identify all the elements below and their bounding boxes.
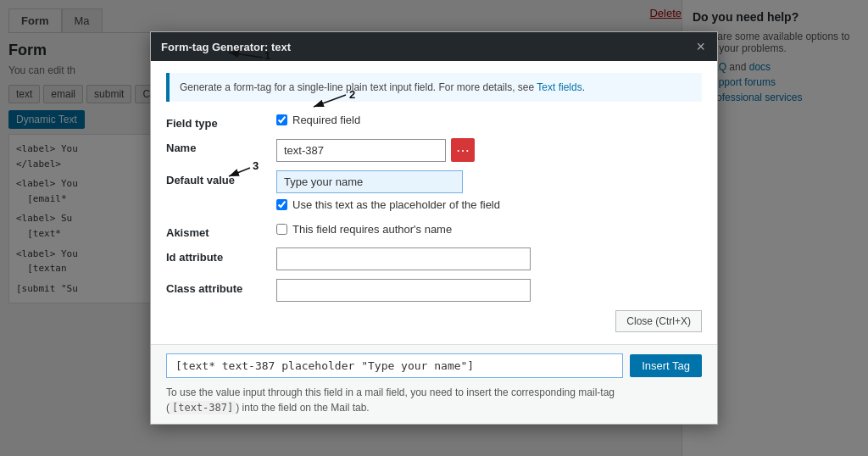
akismet-checkbox[interactable] <box>276 224 287 235</box>
placeholder-checkbox-label: Use this text as the placeholder of the … <box>292 198 500 211</box>
akismet-label: Akismet <box>166 223 276 239</box>
akismet-row: Akismet This field requires author's nam… <box>166 223 702 239</box>
tag-output-input[interactable] <box>166 353 623 378</box>
field-type-label: Field type <box>166 114 276 130</box>
modal-info-bar: Generate a form-tag for a single-line pl… <box>166 73 702 102</box>
required-field-checkbox-label: Required field <box>292 114 360 126</box>
name-controls: ⋯ <box>276 138 702 162</box>
modal-info-text: Generate a form-tag for a single-line pl… <box>180 81 534 93</box>
tag-output-row: Insert Tag <box>166 353 702 378</box>
default-value-controls: Use this text as the placeholder of the … <box>276 170 702 214</box>
class-attribute-label: Class attribute <box>166 279 276 295</box>
placeholder-row: Use this text as the placeholder of the … <box>276 198 702 211</box>
modal-info-suffix: . <box>582 81 585 93</box>
class-attribute-input[interactable] <box>276 279 531 302</box>
placeholder-checkbox[interactable] <box>276 199 287 210</box>
insert-tag-button[interactable]: Insert Tag <box>630 354 702 377</box>
akismet-checkbox-row: This field requires author's name <box>276 223 702 236</box>
name-row: Name ⋯ <box>166 138 702 162</box>
footer-note: To use the value input through this fiel… <box>166 385 702 415</box>
footer-code: [text-387] <box>170 401 236 414</box>
default-value-row: Default value Use this text as the place… <box>166 170 702 214</box>
text-fields-link[interactable]: Text fields <box>537 81 581 93</box>
id-attribute-row: Id attribute <box>166 247 702 270</box>
modal-body: Generate a form-tag for a single-line pl… <box>151 61 717 344</box>
id-attribute-label: Id attribute <box>166 247 276 264</box>
modal-footer: Insert Tag To use the value input throug… <box>151 344 717 424</box>
field-type-controls: Required field <box>276 114 702 130</box>
id-attribute-input[interactable] <box>276 247 531 270</box>
required-field-row: Required field <box>276 114 702 126</box>
class-attribute-row: Class attribute <box>166 279 702 302</box>
close-ctrl-button[interactable]: Close (Ctrl+X) <box>615 310 702 332</box>
akismet-controls: This field requires author's name <box>276 223 702 239</box>
akismet-checkbox-label: This field requires author's name <box>292 223 452 236</box>
default-value-input[interactable] <box>276 170 463 193</box>
modal-title: Form-tag Generator: text <box>161 41 291 53</box>
id-attribute-controls <box>276 247 702 270</box>
form-tag-generator-modal: Form-tag Generator: text × Generate a fo… <box>150 31 718 425</box>
default-value-label: Default value <box>166 170 276 186</box>
name-field-wrapper: ⋯ <box>276 138 702 162</box>
name-label: Name <box>166 138 276 154</box>
modal-close-button[interactable]: × <box>694 39 707 54</box>
modal-titlebar: Form-tag Generator: text × <box>151 32 717 61</box>
field-type-row: Field type Required field <box>166 114 702 130</box>
required-field-checkbox[interactable] <box>276 114 287 125</box>
class-attribute-controls <box>276 279 702 302</box>
name-options-button[interactable]: ⋯ <box>451 138 475 162</box>
name-input[interactable] <box>276 139 446 162</box>
